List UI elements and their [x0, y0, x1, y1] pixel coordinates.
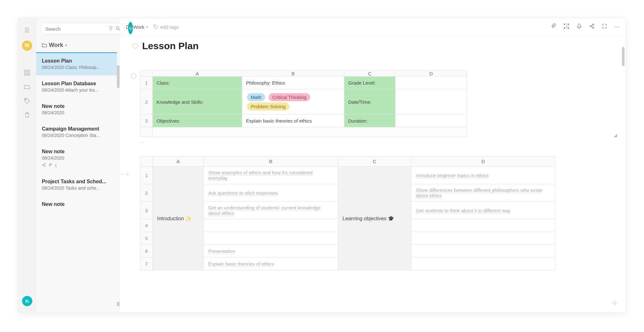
cell-intro[interactable]: Introduction ✨: [153, 167, 204, 270]
more-icon[interactable]: ⋯: [614, 24, 619, 30]
cell-B7[interactable]: Explain basic theories of ethics: [204, 258, 338, 270]
row-num[interactable]: 1: [141, 77, 153, 89]
search-input[interactable]: [45, 26, 106, 32]
block-handle[interactable]: [131, 73, 136, 79]
row-num[interactable]: 3: [141, 115, 153, 127]
cell-B2[interactable]: Ask questions to elicit responses: [204, 184, 338, 202]
col-C[interactable]: C: [344, 71, 395, 77]
sidebar-scrollbar[interactable]: [117, 65, 119, 306]
empty-row[interactable]: [153, 127, 467, 137]
cell-B3[interactable]: Explain basic theories of ethics: [242, 115, 344, 127]
col-A[interactable]: A: [153, 156, 204, 167]
attach-count: 1: [55, 163, 57, 168]
resize-handle-icon[interactable]: ◢: [614, 133, 617, 138]
svg-rect-2: [25, 73, 27, 75]
cell-C2[interactable]: Date/Time:: [344, 89, 395, 115]
share-icon[interactable]: [589, 23, 595, 31]
add-tags-hint[interactable]: Add tags: [153, 24, 179, 30]
sidebar: + Work ▾ Lesson Plan 08/24/2020 Class: P…: [36, 18, 120, 313]
cell-B3[interactable]: Get an understanding of students' curren…: [204, 202, 338, 219]
cell-D7[interactable]: [411, 258, 555, 270]
cell-D2[interactable]: [395, 89, 467, 115]
col-D[interactable]: D: [395, 71, 467, 77]
cell-D3[interactable]: [395, 115, 467, 127]
pill-problem[interactable]: Problem Solving: [247, 102, 289, 110]
col-B[interactable]: B: [242, 71, 344, 77]
svg-rect-0: [25, 70, 27, 72]
page-title: Lesson Plan: [142, 41, 199, 51]
search-box[interactable]: [41, 23, 125, 34]
note-list[interactable]: Lesson Plan 08/24/2020 Class: Philosop..…: [36, 52, 119, 313]
svg-rect-1: [28, 70, 30, 72]
block-controls[interactable]: ⋯ ○: [120, 171, 129, 177]
cell-D2[interactable]: Show differences between different philo…: [411, 184, 555, 202]
note-item-5[interactable]: Project Tasks and Sched... 08/24/2020 Ta…: [36, 173, 117, 196]
avatar[interactable]: W: [22, 41, 32, 51]
folder-header[interactable]: Work ▾: [36, 39, 119, 52]
tag-icon[interactable]: [24, 97, 31, 104]
cell-C1[interactable]: Grade Level:: [344, 77, 395, 89]
note-item-2[interactable]: New note 08/24/2020: [36, 98, 117, 121]
cell-D1[interactable]: [395, 77, 467, 89]
col-B[interactable]: B: [204, 156, 338, 167]
cell-D1[interactable]: Introduce beginner topics in ethics: [411, 167, 555, 184]
trash-icon[interactable]: [24, 111, 31, 118]
cell-B6[interactable]: Presentation: [204, 245, 338, 258]
cell-objectives[interactable]: Learning objectives 🎓: [338, 167, 411, 270]
cell-D5[interactable]: [411, 232, 555, 245]
col-A[interactable]: A: [153, 71, 242, 77]
cell-B2[interactable]: Math Critical Thinking Problem Solving: [242, 89, 344, 115]
row-num[interactable]: 2: [141, 184, 153, 202]
note-item-6[interactable]: New note: [36, 196, 117, 214]
cell-B1[interactable]: Philosophy: Ethics: [242, 77, 344, 89]
table-2[interactable]: A B C D 1 Introduction ✨ Show examples o…: [140, 156, 555, 270]
row-num[interactable]: 3: [141, 202, 153, 219]
row-num[interactable]: 6: [141, 245, 153, 258]
cell-A2[interactable]: Knowledge and Skills:: [153, 89, 242, 115]
note-item-4[interactable]: New note 08/24/2020 1: [36, 143, 117, 173]
cell-B1[interactable]: Show examples of ethics and how it's con…: [204, 167, 338, 184]
expand-icon[interactable]: [602, 24, 607, 30]
note-item-3[interactable]: Campaign Management 08/24/2020 Conceptio…: [36, 121, 117, 143]
sidebar-top: +: [36, 18, 119, 39]
row-num[interactable]: 1: [141, 167, 153, 184]
cell-D4[interactable]: [411, 219, 555, 232]
svg-rect-3: [28, 73, 30, 75]
cell-A3[interactable]: Objectives:: [153, 115, 242, 127]
cell-D3[interactable]: Get students to think about it in differ…: [411, 202, 555, 219]
attach-icon[interactable]: [551, 23, 556, 31]
app-window: ☰ W n: [18, 18, 626, 313]
emoji-icon[interactable]: ☺: [612, 299, 617, 306]
filter-icon[interactable]: [109, 26, 113, 32]
row-num[interactable]: 7: [141, 258, 153, 270]
menu-icon[interactable]: ☰: [24, 26, 31, 34]
pill-critical[interactable]: Critical Thinking: [269, 93, 310, 101]
cell-A1[interactable]: Class:: [153, 77, 242, 89]
table-1[interactable]: A B C D 1 Class: Philosophy: Ethics Grad…: [140, 71, 467, 137]
add-tags-label: Add tags: [160, 24, 179, 30]
col-D[interactable]: D: [411, 156, 555, 167]
pill-math[interactable]: Math: [247, 93, 265, 101]
cell-D6[interactable]: [411, 245, 555, 258]
cell-C3[interactable]: Duration:: [344, 115, 395, 127]
note-title: Campaign Management: [42, 126, 111, 132]
folder-icon[interactable]: [24, 83, 31, 90]
bell-icon[interactable]: [576, 23, 582, 31]
breadcrumb[interactable]: Work ▾: [126, 24, 148, 30]
col-C[interactable]: C: [338, 156, 411, 167]
cell-B5[interactable]: [204, 232, 338, 245]
search-icon[interactable]: [116, 26, 120, 32]
note-item-0[interactable]: Lesson Plan 08/24/2020 Class: Philosop..…: [36, 52, 117, 75]
svg-rect-16: [566, 27, 567, 28]
todo-checkbox[interactable]: [133, 43, 138, 49]
cell-B4[interactable]: [204, 219, 338, 232]
note-title: New note: [42, 201, 111, 207]
row-num[interactable]: 5: [141, 232, 153, 245]
qr-icon[interactable]: [564, 23, 569, 31]
grid-icon[interactable]: [24, 69, 31, 76]
note-item-1[interactable]: Lesson Plan Database 08/24/2020 Attach y…: [36, 75, 117, 98]
main-scrollbar[interactable]: [621, 47, 625, 306]
row-num[interactable]: 2: [141, 89, 153, 115]
row-num[interactable]: 4: [141, 219, 153, 232]
add-row-icon[interactable]: ⋯: [140, 140, 144, 145]
